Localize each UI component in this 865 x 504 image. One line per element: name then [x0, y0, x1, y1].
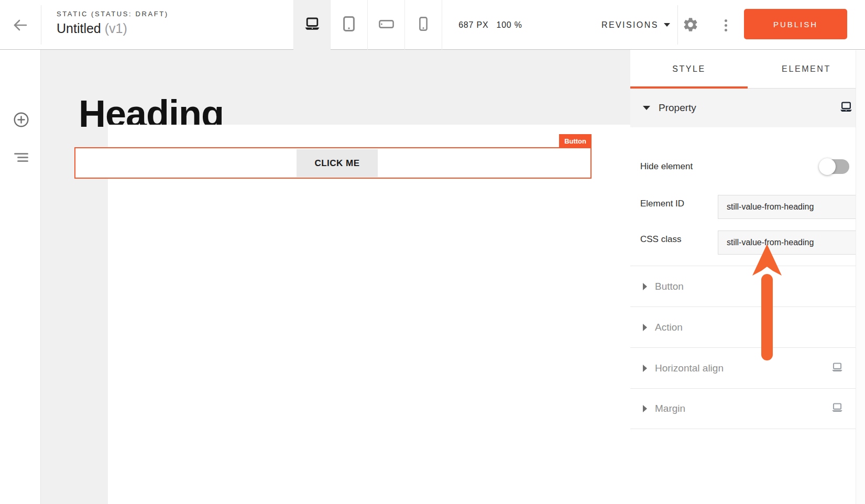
caret-right-icon — [643, 324, 647, 331]
device-tablet-button[interactable] — [331, 0, 368, 50]
section-horizontal-align[interactable]: Horizontal align — [630, 347, 856, 388]
selected-element-tag: Button — [559, 134, 592, 148]
section-label: Margin — [655, 403, 831, 414]
section-label: Action — [655, 322, 843, 333]
collapsed-sections: Button Action Horizontal align Margin — [630, 266, 856, 429]
css-class-input[interactable] — [718, 231, 856, 255]
desktop-scope-icon — [831, 403, 843, 414]
phone-portrait-icon — [419, 17, 428, 33]
caret-right-icon — [643, 405, 647, 412]
hide-element-toggle[interactable] — [820, 159, 849, 174]
desktop-scope-icon — [831, 363, 843, 374]
caret-down-icon — [643, 106, 650, 110]
section-button[interactable]: Button — [630, 266, 856, 306]
revisions-label: REVISIONS — [601, 20, 659, 30]
back-arrow-icon[interactable] — [12, 16, 29, 34]
tablet-icon — [343, 16, 355, 34]
viewport-size-indicator: 687 PX 100 % — [448, 0, 532, 50]
top-toolbar: STATIC (STATUS: DRAFT) Untitled(v1) — [0, 0, 865, 50]
property-section-title: Property — [659, 102, 840, 114]
chevron-down-icon — [664, 23, 670, 27]
revisions-dropdown[interactable]: REVISIONS — [592, 0, 680, 50]
add-element-plus-icon[interactable] — [14, 112, 29, 127]
laptop-icon — [304, 17, 320, 32]
more-options-kebab-icon[interactable] — [719, 15, 732, 36]
phone-landscape-icon — [379, 20, 394, 30]
editor-left-sidebar — [0, 50, 41, 504]
device-desktop-button[interactable] — [293, 0, 331, 50]
hide-element-label: Hide element — [640, 161, 693, 172]
publish-button[interactable]: PUBLISH — [744, 9, 847, 39]
panel-tabs: STYLE ELEMENT — [630, 50, 865, 89]
style-settings-panel: STYLE ELEMENT Property Hide element Elem… — [630, 50, 865, 504]
tab-element[interactable]: ELEMENT — [748, 50, 865, 88]
element-id-label: Element ID — [640, 199, 684, 209]
desktop-scope-icon — [840, 102, 852, 114]
caret-right-icon — [643, 365, 647, 372]
property-section-header[interactable]: Property — [630, 89, 865, 127]
zoom-level-value[interactable]: 100 % — [496, 20, 522, 30]
toolbar-divider — [41, 5, 41, 45]
property-fields: Hide element Element ID CSS class — [630, 127, 865, 266]
section-label: Horizontal align — [655, 363, 831, 374]
section-action[interactable]: Action — [630, 306, 856, 347]
document-info: STATIC (STATUS: DRAFT) Untitled(v1) — [57, 10, 169, 36]
element-id-input[interactable] — [718, 195, 856, 219]
toolbar-divider — [677, 5, 678, 45]
document-status: STATIC (STATUS: DRAFT) — [57, 10, 169, 18]
tab-style[interactable]: STYLE — [630, 50, 748, 88]
page-button-element[interactable]: CLICK ME — [297, 149, 378, 177]
device-phone-button[interactable] — [405, 0, 442, 50]
viewport-width-value: 687 PX — [458, 20, 488, 30]
document-title: Untitled — [57, 21, 101, 36]
css-class-label: CSS class — [640, 234, 681, 245]
page-preview[interactable] — [108, 125, 647, 504]
panel-scroll-gutter[interactable] — [856, 50, 865, 504]
section-label: Button — [655, 281, 843, 292]
layers-outline-icon[interactable] — [14, 153, 29, 163]
device-phone-landscape-button[interactable] — [368, 0, 405, 50]
settings-gear-icon[interactable] — [682, 16, 699, 33]
caret-right-icon — [643, 283, 647, 290]
device-preview-switcher — [293, 0, 442, 50]
document-version: (v1) — [105, 21, 127, 36]
toggle-knob — [819, 158, 836, 175]
section-margin[interactable]: Margin — [630, 388, 856, 429]
